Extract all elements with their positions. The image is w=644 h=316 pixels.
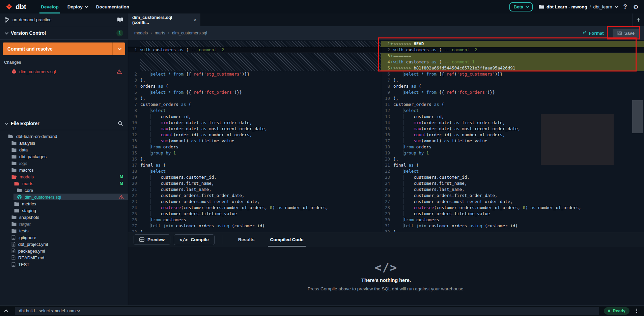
code-line[interactable]: 10 min(order_date) as first_order_date, xyxy=(128,120,381,126)
code-line[interactable]: 29 customer_orders.lifetime_value xyxy=(381,211,644,217)
file-tree-item-models[interactable]: modelsM xyxy=(0,173,128,180)
beta-badge[interactable]: Beta xyxy=(509,2,533,11)
file-tree-item-data[interactable]: data xyxy=(0,146,128,153)
commit-options-caret[interactable] xyxy=(112,42,125,55)
tab-dim-customers[interactable]: dim_customers.sql (confli... × xyxy=(128,13,200,26)
nav-documentation[interactable]: Documentation xyxy=(96,0,129,13)
docs-book-icon[interactable] xyxy=(117,17,123,22)
nav-develop[interactable]: Develop xyxy=(41,0,59,13)
code-line[interactable]: 27 customer_orders.most_recent_order_dat… xyxy=(381,199,644,205)
file-tree-item-macros[interactable]: macros xyxy=(0,167,128,173)
dbt-logo[interactable]: dbt xyxy=(5,2,26,11)
file-tree-item-logs[interactable]: logs xyxy=(0,160,128,167)
code-line[interactable]: 30 from customers xyxy=(381,217,644,223)
code-line[interactable]: 18 select xyxy=(128,168,381,174)
code-line[interactable]: 27 left join customer_orders using (cust… xyxy=(128,223,381,229)
breadcrumb-models[interactable]: models xyxy=(134,31,148,35)
code-line[interactable]: 22 customer_orders.first_order_date, xyxy=(128,193,381,199)
code-line[interactable]: 17final as ( xyxy=(128,162,381,168)
file-tree-item-target[interactable]: target xyxy=(0,221,128,227)
file-tree-item-core[interactable]: core xyxy=(0,187,128,194)
file-tree-item-test[interactable]: TEST xyxy=(0,261,128,268)
code-line[interactable]: 3), xyxy=(128,77,381,83)
code-line[interactable]: 28 coalesce(customer_orders.number_of_or… xyxy=(381,205,644,211)
code-line[interactable]: 6), xyxy=(128,95,381,102)
code-line[interactable]: 23 customer_orders.most_recent_order_dat… xyxy=(128,199,381,205)
code-line[interactable]: 8orders as ( xyxy=(381,83,644,89)
code-line[interactable]: 11 max(order_date) as most_recent_order_… xyxy=(128,126,381,132)
file-tree-item-dbt-learn-on-demand[interactable]: dbt-learn-on-demand xyxy=(0,133,128,140)
code-line[interactable]: 5+>>>>>>> b81f802a66fd544504c65721e3ffaa… xyxy=(381,65,644,71)
code-line[interactable]: 4orders as ( xyxy=(128,83,381,89)
code-line[interactable]: 13 sum(amount) as lifetime_value xyxy=(128,138,381,144)
search-icon[interactable] xyxy=(118,121,123,126)
save-button[interactable]: Save xyxy=(613,29,639,38)
code-line[interactable]: 15 group by 1 xyxy=(128,150,381,156)
expand-panel-icon[interactable] xyxy=(3,310,10,312)
code-line[interactable]: 23 customers.customer_id, xyxy=(381,174,644,180)
format-button[interactable]: Format xyxy=(582,31,604,36)
file-tree-item--gitignore[interactable]: .gitignore xyxy=(0,234,128,241)
changed-file-row[interactable]: dim_customers.sql xyxy=(3,67,125,76)
help-icon[interactable]: ? xyxy=(623,3,627,10)
code-line[interactable]: 19 customers.customer_id, xyxy=(128,174,381,180)
code-line[interactable]: 3+======= xyxy=(381,53,644,59)
code-line[interactable]: 2with customers as ( -- comment 2 xyxy=(381,47,644,53)
code-line[interactable]: 5 select * from {{ ref('fct_orders')}} xyxy=(128,89,381,95)
editor-scrollbar-thumb[interactable] xyxy=(632,100,643,133)
file-tree-item-marts[interactable]: martsM xyxy=(0,180,128,187)
preview-button[interactable]: Preview xyxy=(134,234,170,245)
file-tree-item-tests[interactable]: tests xyxy=(0,227,128,234)
code-line[interactable]: 22 select xyxy=(381,168,644,174)
file-tree-item-dbt-project-yml[interactable]: dbt_project.yml xyxy=(0,241,128,248)
code-line[interactable]: 1+<<<<<<< HEAD xyxy=(381,41,644,47)
file-tree-item-packages-yml[interactable]: packages.yml xyxy=(0,248,128,254)
code-line[interactable]: 21 customers.last_name, xyxy=(128,186,381,193)
code-line[interactable]: 9 select * from {{ ref('fct_orders')}} xyxy=(381,89,644,95)
code-line[interactable]: 31 left join customer_orders using (cust… xyxy=(381,223,644,229)
code-line[interactable]: 12 count(order_id) as number_of_orders, xyxy=(128,132,381,138)
code-line[interactable]: 2 select * from {{ ref('stg_customers')}… xyxy=(128,71,381,77)
code-line[interactable]: 32) xyxy=(381,229,644,232)
editor-pane-local[interactable]: 1with customers as ( -- comment 22 selec… xyxy=(128,40,381,232)
code-line[interactable]: 9 customer_id, xyxy=(128,114,381,120)
gear-icon[interactable]: ⚙ xyxy=(633,3,639,10)
code-line[interactable]: 26 customer_orders.first_order_date, xyxy=(381,193,644,199)
code-line[interactable]: 4+with customers as ( -- comment 1 xyxy=(381,59,644,65)
code-line[interactable]: 12 select xyxy=(381,108,644,114)
file-tree-item-readme-md[interactable]: README.md xyxy=(0,254,128,261)
code-line[interactable]: 14 from orders xyxy=(128,144,381,150)
file-tree-item-metrics[interactable]: metrics xyxy=(0,200,128,207)
nav-deploy[interactable]: Deploy xyxy=(67,0,87,13)
code-line[interactable]: 20 customers.first_name, xyxy=(128,180,381,186)
code-line[interactable]: 26 from customers xyxy=(128,217,381,223)
file-explorer-header[interactable]: File Explorer xyxy=(0,117,128,130)
code-line[interactable]: 10), xyxy=(381,95,644,102)
tab-results[interactable]: Results xyxy=(236,233,257,247)
code-line[interactable]: 7customer_orders as ( xyxy=(128,102,381,108)
tab-close-icon[interactable]: × xyxy=(193,17,196,23)
breadcrumb-marts[interactable]: marts xyxy=(155,31,165,35)
compile-button[interactable]: </> Compile xyxy=(174,234,215,245)
file-tree-item-staging[interactable]: staging xyxy=(0,207,128,214)
command-input[interactable] xyxy=(15,307,599,315)
code-line[interactable]: 1with customers as ( -- comment 2 xyxy=(128,47,381,53)
version-control-header[interactable]: Version Control 1 xyxy=(0,26,128,40)
code-line[interactable]: 25 customer_orders.lifetime_value xyxy=(128,211,381,217)
code-line[interactable]: 28) xyxy=(128,229,381,232)
file-tree-item-snapshots[interactable]: snapshots xyxy=(0,214,128,221)
file-tree-item-analysis[interactable]: analysis xyxy=(0,140,128,146)
account-project-switcher[interactable]: dbt Learn - mwong / dbt_learn xyxy=(539,4,617,9)
code-line[interactable]: 8 select xyxy=(128,108,381,114)
file-tree-item-dbt-packages[interactable]: dbt_packages xyxy=(0,153,128,160)
code-line[interactable]: 25 customers.last_name, xyxy=(381,186,644,193)
new-tab-button[interactable]: + xyxy=(633,13,644,26)
code-line[interactable]: 16), xyxy=(128,156,381,162)
code-line[interactable]: 24 coalesce(customer_orders.number_of_or… xyxy=(128,205,381,211)
code-line[interactable]: 24 customers.first_name, xyxy=(381,180,644,186)
kebab-menu-icon[interactable] xyxy=(634,308,639,314)
file-tree-item-dim-customers-sql[interactable]: dim_customers.sql xyxy=(0,194,128,200)
branch-row[interactable]: on-demand-practice xyxy=(0,13,128,26)
tab-compiled-code[interactable]: Compiled Code xyxy=(268,233,305,247)
commit-and-resolve-button[interactable]: Commit and resolve xyxy=(3,42,125,55)
